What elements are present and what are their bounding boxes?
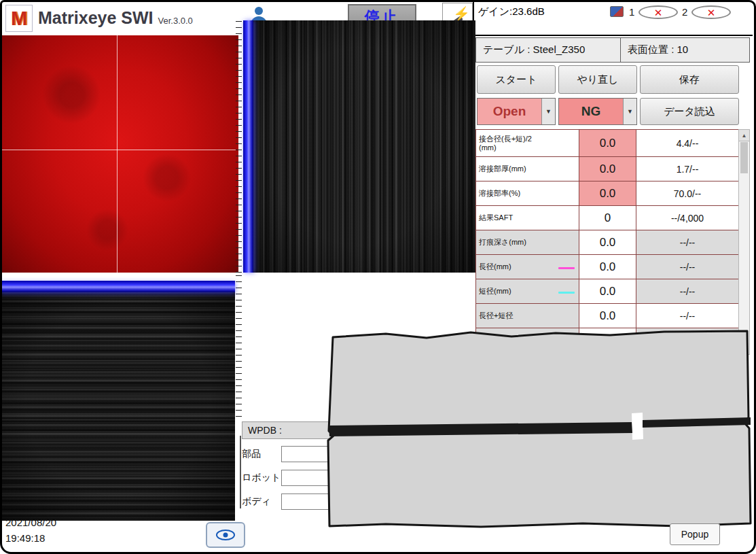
b-scan-side-view[interactable] [0, 281, 235, 521]
vertical-ruler-top [236, 21, 242, 273]
result-table-row: 長径(mm)0.0--/-- [476, 255, 738, 279]
app-window: M Matrixeye SWIVer.3.0.0 停止 ⚡ ゲイン:23.6dB… [0, 0, 756, 554]
surface-echo-band [0, 281, 235, 292]
surface-echo-band [243, 20, 253, 273]
b-scan-top-view[interactable] [243, 20, 475, 273]
crosshair-vertical [117, 35, 118, 273]
result-select-value: NG [559, 99, 623, 124]
view-toggle-button[interactable] [206, 522, 245, 548]
logo-letter: M [11, 7, 27, 30]
channel1-status: ✕ [638, 5, 678, 19]
gain-readout: ゲイン:23.6dB [478, 5, 545, 18]
save-button[interactable]: 保存 [640, 65, 739, 94]
result-table-row: 溶接部厚(mm)0.01.7/-- [476, 157, 738, 181]
app-logo-icon: M [5, 5, 33, 32]
result-table-row: 結果SAFT0--/4,000 [476, 206, 738, 230]
lightning-icon: ⚡ [453, 5, 470, 22]
metric-value: 0.0 [579, 230, 636, 255]
metric-label: 短径(mm) [476, 279, 579, 304]
metric-label: 溶接部厚(mm) [476, 157, 579, 181]
metric-reference: 1.7/-- [636, 157, 739, 181]
eye-icon [216, 530, 235, 540]
disconnected-x-icon: ✕ [707, 7, 716, 18]
metric-reference: --/-- [636, 304, 739, 328]
toolbar-underline [473, 35, 753, 36]
metric-reference: --/4,000 [636, 206, 739, 230]
channel2-status: ✕ [691, 5, 731, 19]
wpdb-field-label: 部品 [242, 448, 281, 460]
metric-value: 0.0 [579, 130, 636, 157]
wpdb-label: WPDB : [242, 421, 332, 439]
table-name-cell: テーブル : Steel_Z350 [475, 37, 621, 63]
metric-reference: --/-- [636, 230, 739, 255]
popup-button[interactable]: Popup [670, 523, 720, 545]
result-table-row: 打痕深さ(mm)0.0--/-- [476, 230, 738, 255]
result-table-row: 長径+短径0.0--/-- [476, 304, 738, 328]
disconnected-x-icon: ✕ [654, 7, 663, 18]
series-marker-icon [558, 292, 575, 294]
metric-value: 0.0 [579, 157, 636, 181]
surface-position-cell: 表面位置 : 10 [620, 37, 750, 63]
metric-value: 0.0 [579, 255, 636, 279]
crosshair-horizontal [0, 150, 238, 150]
wpdb-field-label: ボディ [242, 496, 281, 508]
scroll-up-button[interactable]: ▲ [739, 130, 749, 141]
metric-reference: 4.4/-- [636, 130, 739, 157]
table-scrollbar[interactable]: ▲ [738, 129, 750, 355]
metric-reference: --/-- [636, 279, 739, 304]
wpdb-field-label: ロボット [242, 472, 281, 484]
metric-label: 結果SAFT [476, 206, 579, 230]
date-label: 2021/08/20 [5, 517, 56, 528]
weld-cross-section-sketch [325, 326, 754, 530]
open-select[interactable]: Open ▼ [477, 98, 556, 125]
metric-label: 溶接部率(%) [476, 181, 579, 206]
metric-reference: 70.0/-- [636, 181, 739, 206]
start-button[interactable]: スタート [477, 65, 556, 94]
time-label: 19:49:18 [5, 532, 45, 544]
result-table-row: 接合径(長+短)/2 (mm)0.04.4/-- [476, 130, 738, 157]
scrollbar-thumb[interactable] [740, 142, 748, 173]
wpdb-connector-line [240, 436, 241, 508]
metric-label: 接合径(長+短)/2 (mm) [476, 130, 579, 157]
metric-value: 0.0 [579, 304, 636, 328]
sensor-icon [610, 6, 624, 17]
series-marker-icon [558, 267, 575, 269]
app-title: Matrixeye SWIVer.3.0.0 [38, 8, 193, 28]
metric-value: 0.0 [579, 279, 636, 304]
metric-reference: --/-- [636, 255, 739, 279]
dropdown-arrow-icon[interactable]: ▼ [623, 99, 636, 124]
open-select-value: Open [478, 99, 541, 124]
result-table-row: 短径(mm)0.0--/-- [476, 279, 738, 304]
redo-button[interactable]: やり直し [558, 65, 637, 94]
dropdown-arrow-icon[interactable]: ▼ [541, 99, 555, 124]
result-table-row: 溶接部率(%)0.070.0/-- [476, 181, 738, 206]
app-title-text: Matrixeye SWI [38, 8, 154, 27]
result-table: 接合径(長+短)/2 (mm)0.04.4/--溶接部厚(mm)0.01.7/-… [475, 129, 738, 353]
metric-label: 打痕深さ(mm) [476, 230, 579, 255]
metric-value: 0.0 [579, 181, 636, 206]
c-scan-view[interactable] [0, 35, 238, 273]
metric-label: 長径(mm) [476, 255, 579, 279]
channel1-label: 1 [629, 6, 634, 18]
vertical-ruler-bottom [236, 275, 242, 422]
app-version: Ver.3.0.0 [158, 16, 193, 26]
metric-label: 長径+短径 [476, 304, 579, 328]
metric-value: 0 [579, 206, 636, 230]
load-data-button[interactable]: データ読込 [640, 98, 739, 125]
result-select[interactable]: NG ▼ [558, 98, 637, 125]
channel2-label: 2 [682, 6, 687, 18]
